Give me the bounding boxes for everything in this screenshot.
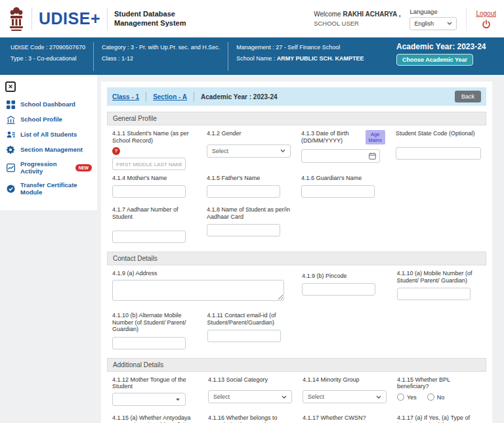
language-select[interactable]: English [410,17,457,30]
sidebar-item-section-management[interactable]: Section Management [0,143,97,158]
field-mother-name: 4.1.4 Mother's Name [112,175,196,198]
contact-details-grid: 4.1.9 (a) Address 4.1.9 (b) Pincode 4.1.… [107,265,486,352]
student-name-input[interactable] [112,158,186,170]
top-header: UDISE+ Student Database Management Syste… [0,0,504,37]
india-emblem-icon [8,6,25,32]
field-guardian-name: 4.1.6 Guardian's Name [301,175,385,198]
field-minority-group: 4.1.14 Minority Group Select [303,376,387,407]
address-textarea[interactable] [112,280,284,301]
section-header-general-profile: General Profile [107,112,486,125]
sidebar-item-progression-activity[interactable]: Progression Activity NEW [0,158,97,179]
welcome-block: Welcome RAKHI ACHARYA , SCHOOL USER [314,9,400,28]
grid-icon [7,100,15,109]
father-name-input[interactable] [207,185,280,198]
academic-year-block: Academic Year: 2023-24 Choose Academic Y… [391,42,496,71]
bpl-no-radio[interactable]: No [427,393,445,401]
context-strip: Class - 1 Section - A Academic Year : 20… [107,87,486,106]
students-icon [7,131,15,139]
field-gender: 4.1.2 Gender Select [207,130,291,170]
field-contact-email: 4.1.11 Contact email-id (of Student/Pare… [207,308,292,349]
sidebar: ✕ School Dashboard School Profile [0,75,97,210]
field-bpl-beneficiary: 4.1.15 Whether BPL beneficiary? Yes No [397,376,481,407]
dob-input[interactable] [301,149,380,163]
divider [194,92,194,101]
field-cwsn: 4.1.17 Whether CWSN? Yes No [303,411,387,423]
aadhaar-number-input[interactable] [112,231,186,243]
bpl-yes-radio[interactable]: Yes [397,393,417,401]
state-code-input[interactable] [396,147,481,160]
field-alt-mobile-number: 4.1.10 (b) Alternate Mobile Number (of S… [112,308,197,349]
field-date-of-birth: 4.1.3 Date of Birth (DD/MM/YYYY) Age Mat… [301,130,385,170]
dropdown-arrow-icon [176,399,180,401]
chevron-down-icon [282,395,287,399]
class-range: Class : 1-12 [102,53,220,64]
minority-group-select[interactable]: Select [303,390,387,403]
divider [146,92,146,101]
mother-tongue-select[interactable] [112,393,186,406]
udise-code: UDISE Code : 27090507670 [10,42,85,53]
divider [107,8,108,30]
language-label: Language [410,8,457,15]
academic-year-label: Academic Year : 2023-24 [201,93,278,100]
app-title: Student Database Management System [114,10,186,28]
guardian-name-input[interactable] [301,185,375,198]
school-info-bar: UDISE Code : 27090507670 Type : 3 - Co-e… [0,37,504,75]
school-code-block: UDISE Code : 27090507670 Type : 3 - Co-e… [8,42,93,71]
sidebar-item-list-of-all-students[interactable]: List of All Students [0,127,97,143]
school-management: Management : 27 - Self Finance School [236,42,364,53]
sidebar-item-school-dashboard[interactable]: School Dashboard [0,97,97,112]
chevron-down-icon [447,22,452,25]
contact-email-input[interactable] [207,330,281,342]
aadhaar-name-input[interactable] [207,224,280,236]
required-help-icon[interactable]: ? [112,147,120,155]
new-badge: NEW [75,164,92,171]
social-category-select[interactable]: Select [208,390,292,403]
gears-icon [7,146,15,154]
general-profile-grid: 4.1.1 Student's Name (as per School Reco… [107,125,486,246]
school-management-block: Management : 27 - Self Finance School Sc… [228,42,371,71]
age-matrix-badge[interactable]: Age Matrix [366,130,385,145]
logout-link[interactable]: Logout [476,10,496,17]
field-social-category: 4.1.13 Social Category Select [208,376,292,407]
school-type: Type : 3 - Co-educational [10,53,85,64]
sidebar-item-transfer-certificate-module[interactable]: Transfer Certificate Module [0,179,97,200]
power-icon[interactable] [482,20,491,29]
alt-mobile-number-input[interactable] [112,337,186,349]
class-link[interactable]: Class - 1 [112,93,139,100]
page: UDISE+ Student Database Management Syste… [0,0,504,423]
choose-academic-year-button[interactable]: Choose Academic Year [396,54,473,66]
chevron-down-icon [376,395,381,399]
field-address: 4.1.9 (a) Address [112,270,291,303]
field-student-name: 4.1.1 Student's Name (as per School Reco… [112,130,196,170]
divider [466,7,467,31]
sidebar-item-school-profile[interactable]: School Profile [0,112,97,127]
language-block: Language English [410,8,457,30]
pincode-input[interactable] [302,283,375,296]
field-father-name: 4.1.5 Father's Name [207,175,291,198]
field-pincode: 4.1.9 (b) Pincode [302,270,387,303]
field-aadhaar-name: 4.1.8 Name of Student as per/in Aadhaar … [207,202,291,243]
field-ews-group: 4.1.16 Whether belongs to EWS / Disadvan… [208,411,292,423]
mother-name-input[interactable] [112,185,186,198]
field-mother-tongue: 4.1.12 Mother Tongue of the Student [112,376,198,407]
calendar-icon [369,152,376,160]
field-state-code: Student State Code (Optional) [396,130,481,170]
section-link[interactable]: Section - A [153,93,187,100]
user-role: SCHOOL USER [314,19,400,28]
bpl-radio-group: Yes No [397,393,481,401]
academic-year-text: Academic Year: 2023-24 [396,42,496,51]
mobile-number-input[interactable] [397,288,471,300]
field-mobile-number: 4.1.10 (a) Mobile Number (of Student/ Pa… [397,270,482,303]
close-icon[interactable]: ✕ [5,81,16,92]
check-badge-icon [7,185,15,193]
brand-logo: UDISE+ [39,9,100,28]
school-category: Category : 3 - Pr. with Up.Pr. sec. and … [102,42,220,53]
main-content: Class - 1 Section - A Academic Year : 20… [101,81,492,423]
user-name: RAKHI ACHARYA , [343,11,400,18]
gender-select[interactable]: Select [207,145,291,158]
field-aay-beneficiary: 4.1.15 (a) Whether Antyodaya Anna Yojana… [112,411,198,423]
section-header-contact-details: Contact Details [107,252,486,265]
back-button[interactable]: Back [455,91,481,102]
field-impairment-type: 4.1.17 (a) If Yes, (a) Type of impairmen… [397,411,481,423]
divider [32,8,32,30]
